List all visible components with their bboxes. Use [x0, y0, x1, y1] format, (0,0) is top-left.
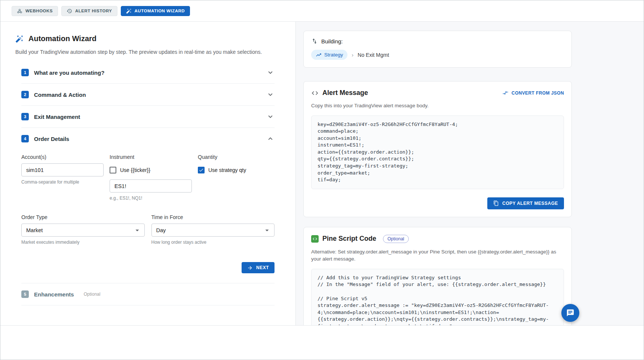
- step-label: Exit Management: [34, 114, 80, 120]
- accounts-help-text: Comma-separate for multiple: [21, 179, 104, 185]
- use-strategy-qty-label: Use strategy qty: [208, 167, 246, 173]
- instrument-input[interactable]: [110, 179, 192, 193]
- time-in-force-help-text: How long order stays active: [151, 240, 275, 245]
- order-details-form: Account(s) Comma-separate for multiple I…: [21, 150, 275, 283]
- order-type-label: Order Type: [21, 214, 145, 220]
- top-navigation: WEBHOOKS ALERT HISTORY AUTOMATION WIZARD: [0, 0, 644, 22]
- convert-from-json-link[interactable]: CONVERT FROM JSON: [502, 90, 564, 96]
- convert-from-json-label: CONVERT FROM JSON: [512, 90, 564, 96]
- wizard-header: Automation Wizard: [15, 34, 280, 43]
- use-ticker-checkbox[interactable]: Use {{ticker}}: [110, 163, 192, 176]
- app-window: WEBHOOKS ALERT HISTORY AUTOMATION WIZARD…: [0, 0, 644, 360]
- use-strategy-qty-checkbox[interactable]: Use strategy qty: [198, 163, 275, 176]
- trending-up-icon: [316, 52, 322, 58]
- tab-automation-wizard[interactable]: AUTOMATION WIZARD: [121, 6, 190, 16]
- copy-icon: [493, 200, 499, 206]
- order-type-help-text: Market executes immediately: [21, 240, 145, 245]
- history-icon: [67, 8, 72, 14]
- instrument-help-text: e.g., ES1!, NQ1!: [110, 196, 192, 201]
- accounts-field-group: Account(s) Comma-separate for multiple: [21, 154, 104, 201]
- wizard-panel: Automation Wizard Build your TradingView…: [0, 22, 296, 325]
- pine-script-description: Alternative: Set strategy.order.alert_me…: [311, 248, 564, 263]
- step-number-badge: 3: [21, 113, 29, 120]
- chevron-down-icon: [266, 68, 275, 77]
- arrow-forward-icon: [247, 265, 253, 271]
- chevron-up-icon: [266, 135, 275, 143]
- step-5-header[interactable]: 5 Enhancements Optional: [21, 283, 275, 305]
- breadcrumb-separator: ›: [352, 52, 353, 58]
- optional-tag: Optional: [84, 292, 101, 297]
- building-label: Building:: [321, 38, 343, 44]
- instrument-field-group: Instrument Use {{ticker}} e.g., ES1!, NQ…: [110, 154, 192, 201]
- step-2-header[interactable]: 2 Command & Action: [21, 84, 275, 105]
- step-4: 4 Order Details Account(s) Comma: [21, 128, 275, 283]
- strategy-chip: Strategy: [311, 50, 347, 60]
- chat-fab-button[interactable]: [561, 304, 579, 322]
- checkbox-unchecked-icon: [110, 167, 116, 173]
- order-type-value: Market: [26, 227, 43, 233]
- chevron-down-icon: [266, 113, 275, 121]
- alert-message-title: Alert Message: [322, 89, 368, 97]
- wizard-steps: 1 What are you automating? 2 Command & A…: [15, 62, 280, 305]
- step-1: 1 What are you automating?: [21, 62, 275, 84]
- chevron-down-icon: [266, 90, 275, 99]
- time-in-force-label: Time in Force: [151, 214, 275, 220]
- pine-script-title: Pine Script Code: [322, 235, 376, 243]
- page-title: Automation Wizard: [28, 34, 96, 43]
- alert-message-card: Alert Message CONVERT FROM JSON Copy thi…: [303, 81, 572, 217]
- use-ticker-label: Use {{ticker}}: [120, 167, 150, 173]
- step-label: What are you automating?: [34, 70, 104, 76]
- accounts-input[interactable]: [21, 163, 104, 176]
- strategy-chip-label: Strategy: [324, 52, 343, 58]
- step-number-badge: 2: [21, 91, 29, 98]
- pine-script-code: // Add this to your TradingView Strategy…: [311, 269, 564, 325]
- wand-icon: [126, 8, 132, 14]
- time-in-force-select[interactable]: Day: [151, 224, 275, 237]
- exit-mgmt-text: No Exit Mgmt: [358, 52, 389, 58]
- code-icon: [311, 89, 319, 97]
- quantity-field-group: Quantity Use strategy qty: [198, 154, 275, 201]
- alert-message-description: Copy this into your TradingView alert me…: [311, 102, 564, 110]
- next-button[interactable]: NEXT: [242, 262, 275, 273]
- order-type-field-group: Order Type Market Market executes immedi…: [21, 214, 145, 245]
- compare-arrows-icon: [502, 90, 509, 96]
- next-button-label: NEXT: [256, 265, 269, 270]
- wand-icon: [15, 35, 24, 43]
- checkbox-checked-icon: [198, 167, 205, 173]
- step-label: Enhancements: [34, 291, 74, 298]
- tab-alert-history[interactable]: ALERT HISTORY: [61, 6, 117, 16]
- step-1-header[interactable]: 1 What are you automating?: [21, 62, 275, 83]
- pine-script-icon: [311, 235, 319, 243]
- dropdown-caret-icon: [263, 226, 271, 234]
- pine-script-card: Pine Script Code Optional Alternative: S…: [303, 227, 572, 325]
- webhook-icon: [17, 8, 22, 14]
- main-content: Automation Wizard Build your TradingView…: [0, 22, 644, 326]
- copy-button-label: COPY ALERT MESSAGE: [502, 201, 558, 206]
- step-number-badge: 5: [21, 290, 29, 298]
- tab-webhooks[interactable]: WEBHOOKS: [12, 6, 58, 16]
- step-label: Command & Action: [34, 92, 86, 98]
- step-number-badge: 4: [21, 135, 29, 142]
- alert-message-code: key=dZ90Ez3amiV4Y-oz5-R2G6h2HFcCfGYfmcF8…: [311, 116, 564, 189]
- step-number-badge: 1: [21, 69, 29, 76]
- accounts-label: Account(s): [21, 154, 104, 160]
- instrument-label: Instrument: [110, 154, 192, 160]
- time-in-force-value: Day: [156, 227, 166, 233]
- tab-label: WEBHOOKS: [25, 9, 53, 13]
- tab-label: AUTOMATION WIZARD: [135, 9, 185, 13]
- tab-label: ALERT HISTORY: [75, 9, 112, 13]
- step-5: 5 Enhancements Optional: [21, 283, 275, 305]
- step-2: 2 Command & Action: [21, 84, 275, 106]
- step-3: 3 Exit Management: [21, 106, 275, 128]
- step-3-header[interactable]: 3 Exit Management: [21, 106, 275, 127]
- page-subtitle: Build your TradingView automation step b…: [15, 49, 280, 55]
- order-type-select[interactable]: Market: [21, 224, 145, 237]
- step-4-header[interactable]: 4 Order Details: [21, 128, 275, 150]
- building-card: Building: Strategy › No Exit Mgmt: [303, 31, 572, 68]
- time-in-force-field-group: Time in Force Day How long order stays a…: [151, 214, 275, 245]
- dropdown-caret-icon: [133, 226, 141, 234]
- import-export-icon: [311, 38, 318, 44]
- step-label: Order Details: [34, 136, 69, 142]
- optional-badge: Optional: [383, 235, 409, 243]
- copy-alert-message-button[interactable]: COPY ALERT MESSAGE: [487, 197, 564, 209]
